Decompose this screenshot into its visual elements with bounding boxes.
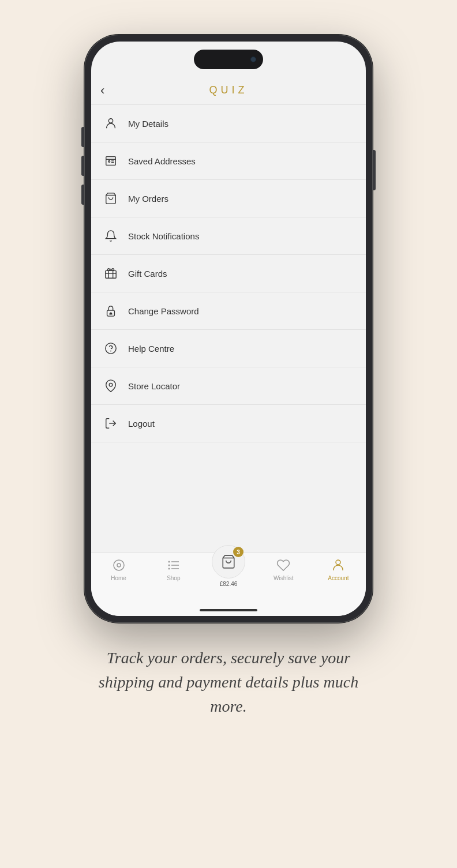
person-icon [103,115,119,131]
pin-icon [103,378,119,394]
wishlist-icon [276,558,291,573]
menu-label-store-locator: Store Locator [128,381,180,391]
menu-item-my-orders[interactable]: My Orders [91,180,366,217]
svg-point-18 [114,560,124,570]
cart-badge: 3 [233,547,244,557]
app-logo: QUIZ [209,84,248,96]
menu-label-gift-cards: Gift Cards [128,269,167,279]
home-icon [111,558,126,573]
svg-point-25 [168,568,170,570]
menu-item-store-locator[interactable]: Store Locator [91,367,366,405]
nav-item-shop[interactable]: Shop [146,558,201,581]
menu-item-change-password[interactable]: Change Password [91,292,366,330]
menu-label-saved-addresses: Saved Addresses [128,156,196,166]
nav-item-cart[interactable]: 3 £82.46 [201,545,256,587]
app-header: ‹ QUIZ [91,76,366,105]
svg-point-19 [117,563,121,567]
svg-point-27 [336,560,340,565]
menu-item-help-centre[interactable]: Help Centre [91,330,366,367]
home-indicator [91,604,366,616]
logout-icon [103,415,119,431]
svg-point-0 [108,119,113,123]
svg-point-8 [108,269,110,271]
cart-circle: 3 [212,545,245,578]
menu-item-logout[interactable]: Logout [91,405,366,442]
menu-label-stock-notifications: Stock Notifications [128,231,199,241]
menu-label-my-orders: My Orders [128,194,168,204]
dynamic-island [194,50,263,69]
nav-item-home[interactable]: Home [91,558,146,581]
bag-icon [103,190,119,206]
phone-shell: ‹ QUIZ My Details Saved [84,35,373,623]
svg-point-23 [168,561,170,563]
nav-label-shop: Shop [167,575,180,581]
bottom-nav: Home Shop 3 £82.46 [91,553,366,604]
svg-rect-1 [106,157,116,166]
svg-rect-7 [106,270,116,278]
svg-point-11 [110,313,112,314]
svg-point-9 [112,269,114,271]
back-arrow: ‹ [100,83,104,98]
phone-screen: ‹ QUIZ My Details Saved [91,42,366,616]
back-button[interactable]: ‹ [100,83,104,98]
menu-item-saved-addresses[interactable]: Saved Addresses [91,142,366,180]
cart-price: £82.46 [220,581,238,587]
shop-icon [166,558,181,573]
address-icon [103,153,119,169]
menu-item-my-details[interactable]: My Details [91,105,366,142]
account-icon [331,558,346,573]
caption-text: Track your orders, securely save your sh… [90,646,367,719]
svg-point-14 [106,343,116,354]
page-wrapper: ‹ QUIZ My Details Saved [0,0,457,868]
help-icon [103,340,119,356]
nav-item-account[interactable]: Account [311,558,366,581]
svg-point-16 [109,383,113,386]
menu-label-logout: Logout [128,419,155,429]
menu-item-stock-notifications[interactable]: Stock Notifications [91,217,366,255]
menu-label-help-centre: Help Centre [128,344,174,354]
bell-icon [103,228,119,244]
camera-dot [250,57,256,62]
nav-label-home: Home [111,575,126,581]
svg-point-3 [108,161,110,163]
lock-icon [103,303,119,319]
page-caption: Track your orders, securely save your sh… [55,646,402,719]
home-bar [200,609,257,611]
menu-label-change-password: Change Password [128,306,199,316]
nav-label-wishlist: Wishlist [274,575,293,581]
nav-label-account: Account [328,575,349,581]
menu-label-my-details: My Details [128,119,168,129]
menu-list: My Details Saved Addresses My Orders [91,105,366,553]
gift-icon [103,265,119,281]
menu-item-gift-cards[interactable]: Gift Cards [91,255,366,292]
nav-item-wishlist[interactable]: Wishlist [256,558,311,581]
svg-point-24 [168,565,170,566]
